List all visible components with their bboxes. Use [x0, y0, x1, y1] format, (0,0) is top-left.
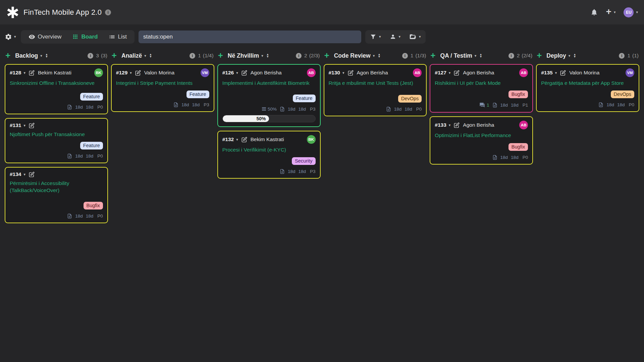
card-id-dropdown[interactable]: #132	[222, 136, 234, 142]
column-sort-icon[interactable]: ▲▼	[45, 53, 48, 58]
add-card-button[interactable]: +	[112, 51, 117, 60]
edit-icon[interactable]	[454, 70, 460, 76]
date-updated: 18d	[511, 103, 519, 108]
column-backlog: + Backlog ▾ ▲▼ i 3 (3) #128 ▾ Bekim Kast…	[5, 51, 108, 227]
card-135[interactable]: #135 ▾ Valon Morina VM Përgatitja e Meta…	[536, 64, 639, 112]
column-caret-icon[interactable]: ▾	[261, 54, 263, 58]
column-info-icon[interactable]: i	[190, 53, 195, 59]
column-title[interactable]: Në Zhvillim	[228, 52, 259, 59]
tab-list[interactable]: List	[104, 30, 131, 44]
card-id-dropdown[interactable]: #131	[10, 122, 21, 128]
create-button[interactable]: + ▾	[606, 8, 616, 16]
card-id-dropdown[interactable]: #129	[116, 70, 127, 76]
assignee-avatar: VM	[201, 68, 209, 77]
card-title[interactable]: Procesi i Verifikimit (e-KYC)	[222, 146, 316, 153]
column-sort-icon[interactable]: ▲▼	[378, 53, 380, 58]
card-title[interactable]: Rishikimi i UI për Dark Mode	[435, 80, 528, 86]
card-title[interactable]: Implementimi i Autentifikimit Biometrik	[222, 80, 316, 86]
project-filter-button[interactable]: ▾	[409, 33, 421, 40]
edit-icon[interactable]	[29, 70, 35, 76]
column-title[interactable]: Deploy	[546, 52, 566, 59]
column-caret-icon[interactable]: ▾	[475, 54, 477, 58]
card-title[interactable]: Përmirësimi i Accessibility (TalkBack/Vo…	[10, 180, 103, 194]
add-card-button[interactable]: +	[218, 51, 223, 60]
search-input[interactable]	[139, 31, 361, 43]
edit-icon[interactable]	[241, 70, 247, 76]
column-info-icon[interactable]: i	[88, 53, 93, 59]
filter-button[interactable]: ▾	[370, 34, 381, 40]
column-title[interactable]: Analizë	[121, 52, 142, 59]
column-count: 1	[411, 53, 414, 59]
card-id-dropdown[interactable]: #130	[329, 70, 340, 76]
card-id-dropdown[interactable]: #135	[541, 70, 552, 76]
card-id-dropdown[interactable]: #133	[435, 122, 446, 128]
title-info-icon[interactable]: i	[105, 9, 111, 15]
notifications-bell-icon[interactable]	[590, 8, 598, 16]
column-caret-icon[interactable]: ▾	[40, 54, 42, 58]
grid-icon	[72, 34, 78, 40]
column-caret-icon[interactable]: ▾	[569, 54, 571, 58]
card-id-dropdown[interactable]: #127	[435, 70, 446, 76]
tag-badge: DevOps	[611, 90, 634, 98]
assignee-filter-caret-icon: ▾	[399, 35, 401, 39]
card-title[interactable]: Integrimi i Stripe Payment Intents	[116, 80, 209, 86]
card-title[interactable]: Sinkronizimi Offline i Transaksioneve	[10, 80, 103, 86]
header-bar: FinTech Mobile App 2.0 i + ▾ EU ▾	[0, 0, 644, 24]
card-126[interactable]: #126 ▾ Agon Berisha AB Implementimi i Au…	[217, 64, 321, 127]
file-icon	[173, 102, 178, 107]
column-caret-icon[interactable]: ▾	[144, 54, 146, 58]
column-title[interactable]: Code Review	[334, 52, 371, 59]
card-133[interactable]: #133 ▾ Agon Berisha AB Optimizimi i Flat…	[430, 116, 533, 164]
card-id-dropdown[interactable]: #126	[222, 70, 234, 76]
edit-icon[interactable]	[29, 172, 35, 177]
user-avatar[interactable]: EU	[624, 7, 634, 17]
edit-icon[interactable]	[454, 122, 460, 128]
card-id-dropdown[interactable]: #134	[10, 171, 21, 177]
assignee-filter-button[interactable]: ▾	[390, 34, 401, 40]
add-card-button[interactable]: +	[5, 51, 10, 60]
edit-icon[interactable]	[560, 70, 566, 76]
card-title[interactable]: Njoftimet Push për Transaksione	[10, 131, 103, 138]
column-sort-icon[interactable]: ▲▼	[149, 53, 152, 58]
card-title[interactable]: Optimizimi i FlatList Performance	[435, 132, 528, 139]
date-created: 18d	[500, 103, 508, 108]
edit-icon[interactable]	[241, 137, 247, 142]
column-sort-icon[interactable]: ▲▼	[266, 53, 269, 58]
user-menu[interactable]: EU ▾	[624, 7, 638, 17]
column-sort-icon[interactable]: ▲▼	[479, 53, 482, 58]
tab-board[interactable]: Board	[68, 30, 102, 44]
card-id-dropdown[interactable]: #128	[10, 70, 21, 76]
card-127[interactable]: #127 ▾ Agon Berisha AB Rishikimi i UI pë…	[430, 64, 533, 113]
card-134[interactable]: #134 ▾ Përmirësimi i Accessibility (Talk…	[5, 167, 108, 223]
card-130[interactable]: #130 ▾ Agon Berisha AB Rritja e mbulimit…	[324, 64, 427, 116]
column-title[interactable]: Backlog	[15, 52, 38, 59]
column-count: 2	[517, 53, 520, 59]
column-title[interactable]: QA / Testim	[440, 52, 472, 59]
card-132[interactable]: #132 ▾ Bekim Kastrati BK Procesi i Verif…	[217, 131, 321, 179]
board-settings-button[interactable]: ▾	[5, 33, 16, 41]
card-131[interactable]: #131 ▾ Njoftimet Push për Transaksione F…	[5, 118, 108, 163]
column-sort-icon[interactable]: ▲▼	[573, 53, 576, 58]
column-info-icon[interactable]: i	[619, 53, 625, 59]
add-card-button[interactable]: +	[324, 51, 329, 60]
assignee-avatar: BK	[94, 68, 103, 77]
column-info-icon[interactable]: i	[402, 53, 408, 59]
card-129[interactable]: #129 ▾ Valon Morina VM Integrimi i Strip…	[111, 64, 214, 112]
column-caret-icon[interactable]: ▾	[373, 54, 375, 58]
card-title[interactable]: Rritja e mbulimit me Unit Tests (Jest)	[329, 80, 422, 86]
app-logo-asterisk-icon	[6, 6, 19, 19]
column-info-icon[interactable]: i	[508, 53, 514, 59]
card-id-caret-icon: ▾	[23, 123, 25, 128]
edit-icon[interactable]	[348, 70, 354, 76]
column-capacity: (1/3)	[415, 53, 426, 59]
edit-icon[interactable]	[29, 123, 35, 128]
card-title[interactable]: Përgatitja e Metadata për App Store	[541, 80, 634, 86]
edit-icon[interactable]	[135, 70, 141, 76]
date-updated: 18d	[405, 107, 412, 112]
add-card-button[interactable]: +	[537, 51, 542, 60]
card-128[interactable]: #128 ▾ Bekim Kastrati BK Sinkronizimi Of…	[5, 64, 108, 114]
tab-overview[interactable]: Overview	[24, 30, 66, 44]
assignee-avatar: BK	[307, 135, 316, 144]
add-card-button[interactable]: +	[430, 51, 435, 60]
column-info-icon[interactable]: i	[296, 53, 302, 59]
